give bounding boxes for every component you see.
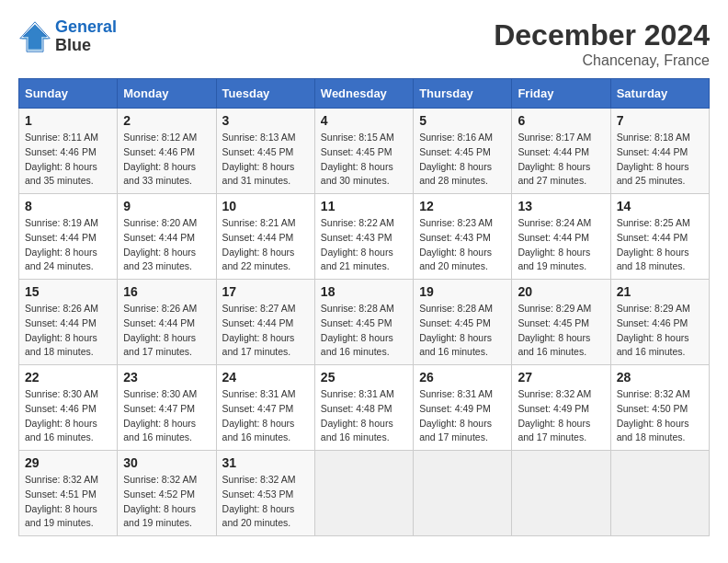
svg-marker-2 (22, 24, 49, 51)
day-cell (610, 451, 709, 536)
day-info: Sunrise: 8:27 AM Sunset: 4:44 PM Dayligh… (222, 302, 309, 360)
day-cell: 10 Sunrise: 8:21 AM Sunset: 4:44 PM Dayl… (216, 194, 314, 280)
day-cell: 4 Sunrise: 8:15 AM Sunset: 4:45 PM Dayli… (314, 109, 413, 194)
logo-icon (18, 20, 51, 53)
day-cell: 7 Sunrise: 8:18 AM Sunset: 4:44 PM Dayli… (610, 109, 709, 194)
day-info: Sunrise: 8:31 AM Sunset: 4:49 PM Dayligh… (419, 387, 506, 445)
day-cell (414, 451, 512, 536)
day-info: Sunrise: 8:26 AM Sunset: 4:44 PM Dayligh… (25, 302, 111, 360)
day-info: Sunrise: 8:22 AM Sunset: 4:43 PM Dayligh… (321, 216, 407, 274)
day-info: Sunrise: 8:32 AM Sunset: 4:50 PM Dayligh… (617, 387, 703, 445)
week-row-1: 1 Sunrise: 8:11 AM Sunset: 4:46 PM Dayli… (19, 109, 710, 194)
header-day-sunday: Sunday (19, 79, 118, 109)
day-info: Sunrise: 8:21 AM Sunset: 4:44 PM Dayligh… (222, 216, 309, 274)
calendar-header: SundayMondayTuesdayWednesdayThursdayFrid… (19, 79, 710, 109)
day-info: Sunrise: 8:32 AM Sunset: 4:52 PM Dayligh… (123, 473, 210, 531)
calendar-table: SundayMondayTuesdayWednesdayThursdayFrid… (18, 78, 710, 536)
day-info: Sunrise: 8:31 AM Sunset: 4:47 PM Dayligh… (222, 387, 309, 445)
day-cell (314, 451, 413, 536)
day-number: 17 (222, 284, 309, 299)
week-row-2: 8 Sunrise: 8:19 AM Sunset: 4:44 PM Dayli… (19, 194, 710, 280)
day-number: 21 (617, 284, 703, 299)
day-info: Sunrise: 8:28 AM Sunset: 4:45 PM Dayligh… (419, 302, 506, 360)
day-number: 6 (518, 113, 604, 128)
page-header: General Blue December 2024 Chancenay, Fr… (18, 18, 710, 69)
day-number: 24 (222, 370, 309, 385)
day-number: 23 (123, 370, 210, 385)
day-info: Sunrise: 8:32 AM Sunset: 4:49 PM Dayligh… (518, 387, 604, 445)
day-info: Sunrise: 8:13 AM Sunset: 4:45 PM Dayligh… (222, 131, 309, 189)
day-cell: 25 Sunrise: 8:31 AM Sunset: 4:48 PM Dayl… (314, 365, 413, 451)
day-info: Sunrise: 8:24 AM Sunset: 4:44 PM Dayligh… (518, 216, 604, 274)
day-number: 25 (321, 370, 407, 385)
day-number: 26 (419, 370, 506, 385)
day-info: Sunrise: 8:17 AM Sunset: 4:44 PM Dayligh… (518, 131, 604, 189)
day-info: Sunrise: 8:20 AM Sunset: 4:44 PM Dayligh… (123, 216, 210, 274)
day-cell: 16 Sunrise: 8:26 AM Sunset: 4:44 PM Dayl… (118, 280, 216, 365)
day-info: Sunrise: 8:25 AM Sunset: 4:44 PM Dayligh… (617, 216, 703, 274)
day-number: 1 (25, 113, 111, 128)
title-section: December 2024 Chancenay, France (494, 18, 710, 69)
day-cell: 12 Sunrise: 8:23 AM Sunset: 4:43 PM Dayl… (414, 194, 512, 280)
day-number: 14 (617, 199, 703, 213)
day-info: Sunrise: 8:28 AM Sunset: 4:45 PM Dayligh… (321, 302, 407, 360)
day-cell: 20 Sunrise: 8:29 AM Sunset: 4:45 PM Dayl… (512, 280, 610, 365)
day-cell: 29 Sunrise: 8:32 AM Sunset: 4:51 PM Dayl… (19, 451, 118, 536)
day-info: Sunrise: 8:29 AM Sunset: 4:46 PM Dayligh… (617, 302, 703, 360)
day-info: Sunrise: 8:26 AM Sunset: 4:44 PM Dayligh… (123, 302, 210, 360)
day-number: 16 (123, 284, 210, 299)
day-number: 13 (518, 199, 604, 213)
day-info: Sunrise: 8:30 AM Sunset: 4:47 PM Dayligh… (123, 387, 210, 445)
day-number: 22 (25, 370, 111, 385)
day-cell: 15 Sunrise: 8:26 AM Sunset: 4:44 PM Dayl… (19, 280, 118, 365)
day-number: 3 (222, 113, 309, 128)
day-cell: 23 Sunrise: 8:30 AM Sunset: 4:47 PM Dayl… (118, 365, 216, 451)
day-cell: 9 Sunrise: 8:20 AM Sunset: 4:44 PM Dayli… (118, 194, 216, 280)
day-info: Sunrise: 8:11 AM Sunset: 4:46 PM Dayligh… (25, 131, 111, 189)
day-number: 28 (617, 370, 703, 385)
day-number: 18 (321, 284, 407, 299)
day-number: 30 (123, 455, 210, 470)
logo-text: General Blue (55, 18, 117, 55)
day-cell: 14 Sunrise: 8:25 AM Sunset: 4:44 PM Dayl… (610, 194, 709, 280)
day-info: Sunrise: 8:32 AM Sunset: 4:53 PM Dayligh… (222, 473, 309, 531)
header-day-saturday: Saturday (610, 79, 709, 109)
day-cell: 17 Sunrise: 8:27 AM Sunset: 4:44 PM Dayl… (216, 280, 314, 365)
day-info: Sunrise: 8:23 AM Sunset: 4:43 PM Dayligh… (419, 216, 506, 274)
header-day-monday: Monday (118, 79, 216, 109)
header-day-friday: Friday (512, 79, 610, 109)
week-row-5: 29 Sunrise: 8:32 AM Sunset: 4:51 PM Dayl… (19, 451, 710, 536)
day-cell: 19 Sunrise: 8:28 AM Sunset: 4:45 PM Dayl… (414, 280, 512, 365)
day-cell: 31 Sunrise: 8:32 AM Sunset: 4:53 PM Dayl… (216, 451, 314, 536)
day-number: 9 (123, 199, 210, 213)
logo: General Blue (18, 18, 117, 55)
week-row-3: 15 Sunrise: 8:26 AM Sunset: 4:44 PM Dayl… (19, 280, 710, 365)
day-cell (512, 451, 610, 536)
header-day-tuesday: Tuesday (216, 79, 314, 109)
day-number: 7 (617, 113, 703, 128)
day-cell: 18 Sunrise: 8:28 AM Sunset: 4:45 PM Dayl… (314, 280, 413, 365)
header-day-wednesday: Wednesday (314, 79, 413, 109)
day-cell: 26 Sunrise: 8:31 AM Sunset: 4:49 PM Dayl… (414, 365, 512, 451)
main-title: December 2024 (494, 18, 710, 52)
day-number: 5 (419, 113, 506, 128)
day-number: 2 (123, 113, 210, 128)
day-number: 27 (518, 370, 604, 385)
week-row-4: 22 Sunrise: 8:30 AM Sunset: 4:46 PM Dayl… (19, 365, 710, 451)
day-number: 29 (25, 455, 111, 470)
day-info: Sunrise: 8:30 AM Sunset: 4:46 PM Dayligh… (25, 387, 111, 445)
day-info: Sunrise: 8:32 AM Sunset: 4:51 PM Dayligh… (25, 473, 111, 531)
day-number: 11 (321, 199, 407, 213)
day-number: 10 (222, 199, 309, 213)
day-cell: 21 Sunrise: 8:29 AM Sunset: 4:46 PM Dayl… (610, 280, 709, 365)
day-info: Sunrise: 8:12 AM Sunset: 4:46 PM Dayligh… (123, 131, 210, 189)
day-info: Sunrise: 8:31 AM Sunset: 4:48 PM Dayligh… (321, 387, 407, 445)
day-number: 12 (419, 199, 506, 213)
day-number: 20 (518, 284, 604, 299)
day-number: 4 (321, 113, 407, 128)
day-cell: 28 Sunrise: 8:32 AM Sunset: 4:50 PM Dayl… (610, 365, 709, 451)
subtitle: Chancenay, France (494, 52, 710, 69)
day-number: 15 (25, 284, 111, 299)
day-cell: 30 Sunrise: 8:32 AM Sunset: 4:52 PM Dayl… (118, 451, 216, 536)
day-cell: 5 Sunrise: 8:16 AM Sunset: 4:45 PM Dayli… (414, 109, 512, 194)
